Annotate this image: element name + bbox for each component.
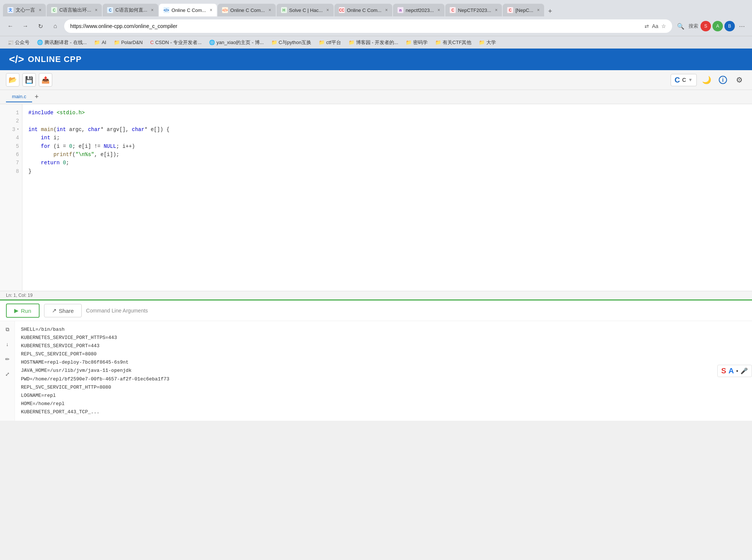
tab-10[interactable]: C [NepC... × bbox=[503, 4, 544, 16]
search-button[interactable]: 🔍 bbox=[675, 21, 686, 32]
bookmark-ai-label: AI bbox=[102, 40, 106, 45]
add-file-button[interactable]: + bbox=[32, 93, 41, 102]
tab-5[interactable]: </> Online C Com... × bbox=[218, 4, 276, 16]
bookmark-bokeyuan[interactable]: 📁 博客园 - 开发者的... bbox=[346, 38, 401, 47]
search-text-button[interactable]: 搜索 bbox=[688, 21, 699, 32]
language-selector[interactable]: C C ▼ bbox=[671, 74, 697, 86]
download-output-button[interactable]: ↓ bbox=[2, 339, 13, 349]
tab-4-active[interactable]: </> Online C Com... × bbox=[159, 4, 217, 16]
sa-mic-icon: 🎤 bbox=[740, 367, 748, 374]
open-button[interactable]: 📂 bbox=[6, 73, 19, 87]
home-button[interactable]: ⌂ bbox=[49, 20, 61, 32]
tab-9-close[interactable]: × bbox=[495, 7, 497, 13]
settings-button[interactable]: ⋯ bbox=[736, 21, 748, 32]
code-area[interactable]: #include <stdio.h> int main(int argc, ch… bbox=[22, 104, 752, 291]
bookmark-tencent-translate[interactable]: 🌐 腾讯翻译君 - 在线... bbox=[34, 38, 90, 47]
sa-dot: • bbox=[736, 368, 738, 374]
tab-5-label: Online C Com... bbox=[230, 7, 265, 13]
back-button[interactable]: ← bbox=[4, 20, 16, 32]
output-area: ⧉ ↓ ✏ ⤢ SHELL=/bin/bash KUBERNETES_SERVI… bbox=[0, 321, 752, 421]
translate-icon: ⇄ bbox=[645, 23, 649, 29]
url-text: https://www.online-cpp.com/online_c_comp… bbox=[70, 23, 642, 29]
dropdown-icon: ▼ bbox=[688, 77, 693, 83]
toolbar-right: C C ▼ 🌙 i ⚙ bbox=[671, 73, 746, 87]
line-num-7: 7 bbox=[3, 159, 19, 167]
tab-8-close[interactable]: × bbox=[437, 7, 440, 13]
line-num-1: 1 bbox=[3, 109, 19, 117]
refresh-button[interactable]: ↻ bbox=[34, 20, 46, 32]
site-header: </> ONLINE CPP bbox=[0, 49, 752, 70]
bookmark-tencent-label: 腾讯翻译君 - 在线... bbox=[44, 39, 87, 46]
bookmark-uni[interactable]: 📁 大学 bbox=[476, 38, 499, 47]
tab-6-label: Solve C | Hac... bbox=[289, 7, 323, 13]
line-num-6: 6 bbox=[3, 150, 19, 159]
output-content: SHELL=/bin/bash KUBERNETES_SERVICE_PORT_… bbox=[15, 321, 717, 421]
expand-output-button[interactable]: ⤢ bbox=[2, 369, 13, 379]
tab-1-close[interactable]: × bbox=[39, 7, 41, 13]
bookmark-polar[interactable]: 📁 PolarD&N bbox=[111, 39, 146, 46]
settings-gear-button[interactable]: ⚙ bbox=[733, 73, 746, 87]
share-button[interactable]: ↗ Share bbox=[44, 304, 82, 317]
bookmark-yanxiao-icon: 🌐 bbox=[209, 40, 215, 45]
bookmark-cpython[interactable]: 📁 C与python互换 bbox=[268, 38, 314, 47]
cursor-position: Ln: 1, Col: 19 bbox=[6, 293, 32, 298]
tab-4-close[interactable]: × bbox=[210, 7, 212, 13]
bookmark-ai[interactable]: 📁 AI bbox=[91, 39, 109, 46]
file-tab-main-label: main.c bbox=[12, 94, 26, 99]
tab-3-label: C语言如何直... bbox=[115, 7, 147, 13]
bookmark-uni-icon: 📁 bbox=[479, 40, 485, 45]
line-num-4: 4 bbox=[3, 134, 19, 142]
bookmark-yanxiao-label: yan_xiao的主页 - 博... bbox=[216, 39, 263, 46]
file-tab-main[interactable]: main.c bbox=[6, 91, 32, 102]
output-line-5: HOSTNAME=repl-deploy-7bc86f8645-6s9nt bbox=[21, 358, 711, 367]
tab-6-favicon: H bbox=[281, 7, 287, 13]
tab-6-close[interactable]: × bbox=[327, 7, 329, 13]
copy-output-button[interactable]: ⧉ bbox=[2, 324, 13, 335]
tab-10-close[interactable]: × bbox=[537, 7, 540, 13]
bookmark-ctf-other[interactable]: 📁 有关CTF其他 bbox=[432, 38, 474, 47]
bookmark-gongzhonghao[interactable]: 📰 公众号 bbox=[4, 38, 32, 47]
bookmark-csdn[interactable]: C CSDN - 专业开发者... bbox=[147, 38, 205, 47]
fold-arrow-3[interactable]: ▾ bbox=[17, 127, 19, 133]
tab-5-close[interactable]: × bbox=[269, 7, 271, 13]
tab-2-close[interactable]: × bbox=[95, 7, 97, 13]
bookmark-gongzhonghao-label: 公众号 bbox=[15, 39, 29, 46]
forward-button[interactable]: → bbox=[19, 20, 31, 32]
bookmark-ctf[interactable]: 📁 ctf平台 bbox=[316, 38, 344, 47]
bookmark-cpython-icon: 📁 bbox=[271, 40, 277, 45]
tab-1[interactable]: 文 文心一言 × bbox=[3, 4, 46, 16]
read-mode-icon: Aa bbox=[652, 23, 658, 29]
keyword-include: #include bbox=[28, 109, 53, 117]
bookmark-yanxiao[interactable]: 🌐 yan_xiao的主页 - 博... bbox=[206, 38, 266, 47]
tab-9[interactable]: C NepCTF2023... × bbox=[445, 4, 502, 16]
file-tabs: main.c + bbox=[0, 90, 752, 104]
tab-3[interactable]: C C语言如何直... × bbox=[103, 4, 158, 16]
bookmark-csdn-label: CSDN - 专业开发者... bbox=[155, 39, 202, 46]
status-bar: Ln: 1, Col: 19 bbox=[0, 291, 752, 299]
profile-button-blue[interactable]: B bbox=[724, 21, 735, 31]
theme-toggle-button[interactable]: 🌙 bbox=[700, 73, 713, 87]
code-line-3: int main(int argc, char* argv[], char* e… bbox=[28, 125, 746, 134]
tab-2[interactable]: C C语言输出环... × bbox=[47, 4, 102, 16]
share-toolbar-button[interactable]: 📤 bbox=[39, 73, 52, 87]
code-line-4: int i; bbox=[28, 134, 746, 142]
profile-button-green[interactable]: A bbox=[712, 21, 723, 31]
save-button[interactable]: 💾 bbox=[22, 73, 36, 87]
cmd-args-placeholder[interactable]: Command Line Arguments bbox=[86, 305, 148, 317]
bookmark-crypto[interactable]: 📁 密码学 bbox=[403, 38, 431, 47]
url-bar[interactable]: https://www.online-cpp.com/online_c_comp… bbox=[64, 19, 672, 33]
run-button[interactable]: ▶ Run bbox=[6, 304, 40, 318]
tab-3-close[interactable]: × bbox=[151, 7, 154, 13]
output-line-1: SHELL=/bin/bash bbox=[21, 326, 711, 334]
tab-6[interactable]: H Solve C | Hac... × bbox=[277, 4, 334, 16]
new-tab-button[interactable]: + bbox=[545, 6, 555, 16]
bottom-toolbar: ▶ Run ↗ Share Command Line Arguments bbox=[0, 301, 752, 321]
profile-button-red[interactable]: S bbox=[700, 21, 711, 31]
info-button[interactable]: i bbox=[716, 73, 730, 87]
clear-output-button[interactable]: ✏ bbox=[2, 354, 13, 364]
tab-7-close[interactable]: × bbox=[385, 7, 388, 13]
tab-8[interactable]: n nepctf2023... × bbox=[393, 4, 444, 16]
tab-7-label: Online C Com... bbox=[347, 7, 381, 13]
tab-7[interactable]: CC Online C Com... × bbox=[334, 4, 393, 16]
code-line-5: for (i = 0; e[i] != NULL; i++) bbox=[28, 142, 746, 150]
